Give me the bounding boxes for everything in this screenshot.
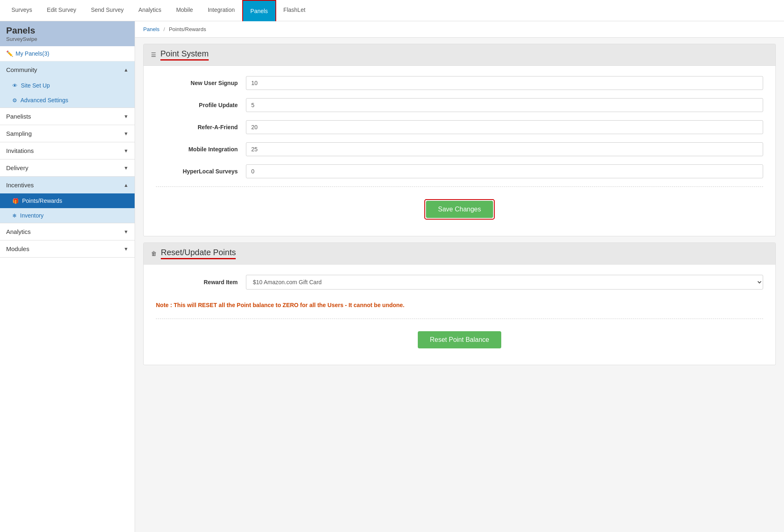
hyperlocal-surveys-row: HyperLocal Surveys bbox=[156, 164, 763, 178]
sidebar-header: Panels SurveySwipe bbox=[0, 21, 135, 46]
my-panels-label: My Panels(3) bbox=[16, 50, 49, 57]
tab-flashlet[interactable]: FlashLet bbox=[276, 0, 313, 21]
my-panels-link[interactable]: ✏️ My Panels(3) bbox=[0, 46, 135, 61]
profile-update-input[interactable] bbox=[246, 98, 763, 112]
top-navigation: Surveys Edit Survey Send Survey Analytic… bbox=[0, 0, 784, 21]
sidebar-item-inventory[interactable]: ❄ Inventory bbox=[0, 208, 135, 223]
reset-divider bbox=[156, 319, 763, 319]
sidebar-item-label: Inventory bbox=[20, 212, 44, 219]
sidebar-item-advanced-settings[interactable]: ⚙ Advanced Settings bbox=[0, 93, 135, 108]
app-subtitle: SurveySwipe bbox=[6, 36, 128, 42]
new-user-signup-label: New User Signup bbox=[156, 80, 246, 86]
mobile-integration-row: Mobile Integration bbox=[156, 142, 763, 156]
incentives-items: 🎁 Points/Rewards ❄ Inventory bbox=[0, 193, 135, 223]
sidebar-item-label: Site Set Up bbox=[21, 82, 50, 89]
list-icon: ☰ bbox=[151, 52, 156, 58]
sidebar-section-delivery: Delivery ▼ bbox=[0, 159, 135, 177]
refer-a-friend-label: Refer-A-Friend bbox=[156, 124, 246, 130]
sidebar-section-header-delivery[interactable]: Delivery ▼ bbox=[0, 159, 135, 176]
reset-update-card: 🗑 Reset/Update Points Reward Item $10 Am… bbox=[143, 242, 776, 365]
chevron-down-icon: ▼ bbox=[124, 131, 128, 137]
snowflake-icon: ❄ bbox=[12, 213, 17, 219]
reset-update-title: Reset/Update Points bbox=[161, 248, 236, 259]
panelists-label: Panelists bbox=[6, 113, 31, 120]
sidebar-item-label: Advanced Settings bbox=[20, 97, 68, 103]
chevron-down-icon: ▼ bbox=[124, 246, 128, 252]
tab-analytics[interactable]: Analytics bbox=[131, 0, 169, 21]
sidebar-item-points-rewards[interactable]: 🎁 Points/Rewards bbox=[0, 193, 135, 208]
sidebar-item-site-setup[interactable]: 👁 Site Set Up bbox=[0, 78, 135, 93]
my-panels-icon: ✏️ bbox=[6, 50, 13, 57]
reset-point-balance-button[interactable]: Reset Point Balance bbox=[418, 331, 502, 348]
sidebar-section-header-analytics[interactable]: Analytics ▼ bbox=[0, 223, 135, 240]
tab-edit-survey[interactable]: Edit Survey bbox=[40, 0, 84, 21]
analytics-label: Analytics bbox=[6, 228, 31, 235]
save-changes-button[interactable]: Save Changes bbox=[426, 201, 493, 218]
breadcrumb: Panels / Points/Rewards bbox=[135, 21, 784, 38]
hyperlocal-surveys-input[interactable] bbox=[246, 164, 763, 178]
tab-mobile[interactable]: Mobile bbox=[169, 0, 200, 21]
sidebar-section-header-community[interactable]: Community ▲ bbox=[0, 61, 135, 78]
sidebar-section-sampling: Sampling ▼ bbox=[0, 125, 135, 142]
chevron-up-icon: ▲ bbox=[124, 182, 128, 188]
breadcrumb-panels-link[interactable]: Panels bbox=[143, 26, 160, 32]
reset-update-body: Reward Item $10 Amazon.com Gift Card $25… bbox=[144, 265, 775, 365]
save-button-wrapper: Save Changes bbox=[424, 199, 495, 220]
sampling-label: Sampling bbox=[6, 130, 32, 137]
sidebar-section-header-panelists[interactable]: Panelists ▼ bbox=[0, 108, 135, 125]
reward-item-select[interactable]: $10 Amazon.com Gift Card $25 Amazon.com … bbox=[246, 275, 763, 290]
app-title: Panels bbox=[6, 25, 128, 36]
gear-icon: ⚙ bbox=[12, 97, 17, 103]
breadcrumb-current: Points/Rewards bbox=[169, 26, 206, 32]
sidebar-section-panelists: Panelists ▼ bbox=[0, 108, 135, 125]
community-label: Community bbox=[6, 66, 37, 73]
sidebar-section-header-incentives[interactable]: Incentives ▲ bbox=[0, 177, 135, 193]
form-divider bbox=[156, 186, 763, 187]
breadcrumb-separator: / bbox=[163, 26, 165, 32]
tab-send-survey[interactable]: Send Survey bbox=[83, 0, 131, 21]
modules-label: Modules bbox=[6, 245, 29, 252]
invitations-label: Invitations bbox=[6, 147, 34, 154]
chevron-down-icon: ▼ bbox=[124, 114, 128, 119]
sidebar-section-header-modules[interactable]: Modules ▼ bbox=[0, 240, 135, 257]
profile-update-label: Profile Update bbox=[156, 102, 246, 108]
profile-update-row: Profile Update bbox=[156, 98, 763, 112]
reset-note: Note : This will RESET all the Point bal… bbox=[156, 298, 763, 314]
new-user-signup-input[interactable] bbox=[246, 76, 763, 90]
sidebar-section-header-invitations[interactable]: Invitations ▼ bbox=[0, 142, 135, 159]
tab-integration[interactable]: Integration bbox=[201, 0, 242, 21]
sidebar-section-invitations: Invitations ▼ bbox=[0, 142, 135, 159]
incentives-label: Incentives bbox=[6, 182, 34, 189]
chevron-up-icon: ▲ bbox=[124, 67, 128, 73]
refer-a-friend-row: Refer-A-Friend bbox=[156, 120, 763, 134]
eye-icon: 👁 bbox=[12, 83, 18, 89]
save-button-row: Save Changes bbox=[156, 195, 763, 226]
mobile-integration-input[interactable] bbox=[246, 142, 763, 156]
sidebar-section-header-sampling[interactable]: Sampling ▼ bbox=[0, 125, 135, 142]
tab-panels[interactable]: Panels bbox=[242, 0, 276, 21]
reset-button-row: Reset Point Balance bbox=[156, 327, 763, 355]
new-user-signup-row: New User Signup bbox=[156, 76, 763, 90]
sidebar-item-label: Points/Rewards bbox=[22, 198, 62, 204]
mobile-integration-label: Mobile Integration bbox=[156, 146, 246, 153]
content-area: Panels / Points/Rewards ☰ Point System N… bbox=[135, 21, 784, 532]
sidebar-section-modules: Modules ▼ bbox=[0, 240, 135, 258]
delivery-label: Delivery bbox=[6, 164, 28, 171]
chevron-down-icon: ▼ bbox=[124, 148, 128, 154]
tab-surveys[interactable]: Surveys bbox=[4, 0, 40, 21]
sidebar-section-incentives: Incentives ▲ 🎁 Points/Rewards ❄ Inventor… bbox=[0, 177, 135, 223]
reset-update-header: 🗑 Reset/Update Points bbox=[144, 243, 775, 265]
hyperlocal-surveys-label: HyperLocal Surveys bbox=[156, 168, 246, 175]
point-system-title: Point System bbox=[160, 49, 209, 61]
gift-icon: 🎁 bbox=[12, 198, 19, 204]
sidebar: Panels SurveySwipe ✏️ My Panels(3) Commu… bbox=[0, 21, 135, 532]
community-items: 👁 Site Set Up ⚙ Advanced Settings bbox=[0, 78, 135, 108]
point-system-card: ☰ Point System New User Signup Profile U… bbox=[143, 44, 776, 236]
point-system-header: ☰ Point System bbox=[144, 44, 775, 66]
sidebar-section-analytics: Analytics ▼ bbox=[0, 223, 135, 240]
trash-icon: 🗑 bbox=[151, 250, 157, 257]
refer-a-friend-input[interactable] bbox=[246, 120, 763, 134]
chevron-down-icon: ▼ bbox=[124, 229, 128, 235]
chevron-down-icon: ▼ bbox=[124, 165, 128, 171]
reward-item-row: Reward Item $10 Amazon.com Gift Card $25… bbox=[156, 275, 763, 290]
